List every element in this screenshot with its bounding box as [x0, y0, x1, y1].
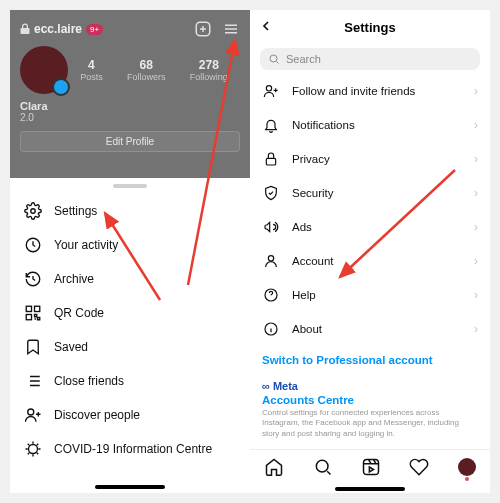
- meta-accounts-block: ∞ Meta Accounts Centre Control settings …: [250, 374, 490, 441]
- settings-item-about[interactable]: About ›: [250, 312, 490, 346]
- activity-tab-icon[interactable]: [409, 457, 429, 477]
- sheet-handle[interactable]: [113, 184, 147, 188]
- row-label: Help: [292, 289, 316, 301]
- new-post-icon[interactable]: [194, 20, 212, 38]
- row-label: Follow and invite friends: [292, 85, 415, 97]
- megaphone-icon: [262, 218, 280, 236]
- page-title: Settings: [344, 20, 395, 35]
- chevron-right-icon: ›: [474, 118, 478, 132]
- search-icon: [268, 53, 280, 65]
- sheet-item-close-friends[interactable]: Close friends: [10, 364, 250, 398]
- svg-rect-4: [35, 306, 40, 311]
- sheet-item-saved[interactable]: Saved: [10, 330, 250, 364]
- settings-item-help[interactable]: Help ›: [250, 278, 490, 312]
- profile-screen: ecc.laire 9+ 4 Posts 68: [10, 10, 250, 493]
- svg-rect-5: [26, 315, 31, 320]
- list-star-icon: [24, 372, 42, 390]
- hamburger-menu-icon[interactable]: [222, 20, 240, 38]
- chevron-right-icon: ›: [474, 220, 478, 234]
- accounts-centre-desc: Control settings for connected experienc…: [262, 408, 478, 439]
- settings-item-ads[interactable]: Ads ›: [250, 210, 490, 244]
- row-label: Account: [292, 255, 334, 267]
- sheet-item-activity[interactable]: Your activity: [10, 228, 250, 262]
- history-icon: [24, 270, 42, 288]
- tab-bar: [250, 449, 490, 483]
- svg-point-11: [268, 256, 273, 261]
- user-icon: [262, 252, 280, 270]
- switch-professional-link[interactable]: Switch to Professional account: [250, 346, 490, 374]
- settings-screen: Settings Search Follow and invite friend…: [250, 10, 490, 493]
- menu-label: Your activity: [54, 238, 118, 252]
- meta-logo: ∞ Meta: [262, 380, 478, 392]
- search-input[interactable]: Search: [260, 48, 480, 70]
- qr-icon: [24, 304, 42, 322]
- gear-icon: [24, 202, 42, 220]
- chevron-right-icon: ›: [474, 254, 478, 268]
- sheet-item-archive[interactable]: Archive: [10, 262, 250, 296]
- svg-point-8: [270, 55, 277, 62]
- home-indicator: [335, 487, 405, 491]
- menu-label: Discover people: [54, 408, 140, 422]
- svg-point-9: [266, 86, 271, 91]
- invite-icon: [262, 82, 280, 100]
- svg-rect-15: [363, 459, 378, 474]
- stat-posts[interactable]: 4 Posts: [80, 58, 103, 82]
- clock-activity-icon: [24, 236, 42, 254]
- lock-icon: [262, 150, 280, 168]
- settings-item-privacy[interactable]: Privacy ›: [250, 142, 490, 176]
- sheet-item-covid[interactable]: COVID-19 Information Centre: [10, 432, 250, 466]
- info-icon: [262, 320, 280, 338]
- row-label: Security: [292, 187, 334, 199]
- svg-point-1: [31, 209, 36, 214]
- add-user-icon: [24, 406, 42, 424]
- chevron-right-icon: ›: [474, 288, 478, 302]
- display-name: Clara: [10, 94, 250, 112]
- bio-line: 2.0: [10, 112, 250, 123]
- chevron-right-icon: ›: [474, 186, 478, 200]
- chevron-right-icon: ›: [474, 84, 478, 98]
- settings-item-invite[interactable]: Follow and invite friends ›: [250, 74, 490, 108]
- svg-rect-10: [266, 158, 275, 165]
- svg-rect-3: [26, 306, 31, 311]
- row-label: Notifications: [292, 119, 355, 131]
- lock-icon: [20, 23, 30, 35]
- search-placeholder: Search: [286, 53, 321, 65]
- row-label: Ads: [292, 221, 312, 233]
- svg-point-7: [29, 445, 38, 454]
- reels-tab-icon[interactable]: [361, 457, 381, 477]
- edit-profile-button[interactable]: Edit Profile: [20, 131, 240, 152]
- stat-followers[interactable]: 68 Followers: [127, 58, 166, 82]
- settings-item-security[interactable]: Security ›: [250, 176, 490, 210]
- bottom-sheet-menu: Settings Your activity Archive QR Code S…: [10, 178, 250, 493]
- profile-header-dimmed: ecc.laire 9+ 4 Posts 68: [10, 10, 250, 178]
- home-indicator: [95, 485, 165, 489]
- row-label: Privacy: [292, 153, 330, 165]
- accounts-centre-link[interactable]: Accounts Centre: [262, 394, 478, 406]
- profile-tab-avatar[interactable]: [458, 458, 476, 476]
- chevron-right-icon: ›: [474, 152, 478, 166]
- menu-label: COVID-19 Information Centre: [54, 442, 212, 456]
- settings-item-notifications[interactable]: Notifications ›: [250, 108, 490, 142]
- bell-icon: [262, 116, 280, 134]
- settings-item-account[interactable]: Account ›: [250, 244, 490, 278]
- svg-point-6: [28, 409, 34, 415]
- search-tab-icon[interactable]: [313, 457, 333, 477]
- menu-label: Settings: [54, 204, 97, 218]
- sheet-item-qr[interactable]: QR Code: [10, 296, 250, 330]
- home-tab-icon[interactable]: [264, 457, 284, 477]
- sheet-item-discover[interactable]: Discover people: [10, 398, 250, 432]
- avatar[interactable]: [20, 46, 68, 94]
- help-icon: [262, 286, 280, 304]
- stat-following[interactable]: 278 Following: [190, 58, 228, 82]
- svg-point-14: [316, 460, 328, 472]
- bookmark-icon: [24, 338, 42, 356]
- covid-icon: [24, 440, 42, 458]
- back-chevron-icon[interactable]: [258, 18, 274, 34]
- row-label: About: [292, 323, 322, 335]
- menu-label: Close friends: [54, 374, 124, 388]
- sheet-item-settings[interactable]: Settings: [10, 194, 250, 228]
- chevron-right-icon: ›: [474, 322, 478, 336]
- username-label[interactable]: ecc.laire: [34, 22, 82, 36]
- shield-icon: [262, 184, 280, 202]
- notification-badge: 9+: [86, 24, 103, 35]
